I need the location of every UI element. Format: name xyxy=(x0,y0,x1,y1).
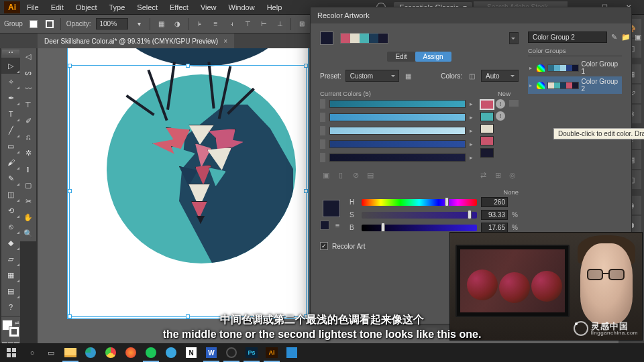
taskbar-app-spotify[interactable] xyxy=(141,343,161,362)
zoom-tool[interactable]: 🔍 xyxy=(20,225,36,241)
fill-stroke-control[interactable]: ⇄ xyxy=(2,320,19,340)
align-middle-icon[interactable]: ⊢ xyxy=(258,19,269,29)
exclude-color-icon[interactable]: ⊘ xyxy=(350,170,362,180)
taskbar-app-edge[interactable] xyxy=(80,343,101,362)
current-color-bar[interactable] xyxy=(329,113,466,121)
shape-builder-tool[interactable]: ◆ xyxy=(1,235,20,251)
rectangle-tool[interactable]: ▭ xyxy=(1,138,20,154)
active-color-swatch[interactable] xyxy=(320,32,333,45)
swatch-menu-dropdown[interactable] xyxy=(509,32,519,44)
document-tab[interactable]: Deer Skillshare Color.ai* @ 99.31% (CMYK… xyxy=(38,34,234,48)
menu-type[interactable]: Type xyxy=(104,2,131,13)
taskbar-app-photoshop[interactable]: Ps xyxy=(241,343,262,362)
opacity-input[interactable] xyxy=(96,18,128,29)
new-row-icon[interactable]: ▤ xyxy=(364,170,376,180)
menu-select[interactable]: Select xyxy=(131,2,163,13)
taskbar-app-obs[interactable] xyxy=(221,343,241,362)
colors-dropdown[interactable]: Auto xyxy=(481,70,519,82)
color-row[interactable]: ▸ xyxy=(320,99,476,109)
task-view-icon[interactable]: ▭ xyxy=(42,343,60,362)
chevron-down-icon[interactable]: ▾ xyxy=(133,19,144,29)
direct-selection-tool[interactable]: ◁ xyxy=(20,48,36,64)
perspective-tool[interactable]: ▱ xyxy=(1,251,20,267)
bright-slider[interactable] xyxy=(362,225,477,231)
color-reduction-icon[interactable]: ◫ xyxy=(466,70,477,81)
menu-edit[interactable]: Edit xyxy=(46,2,69,13)
curvature-tool[interactable]: 〰 xyxy=(20,80,36,97)
artboard-tool[interactable]: ▢ xyxy=(20,177,36,193)
save-group-icon[interactable]: 📁 xyxy=(621,32,631,43)
preset-dropdown[interactable]: Custom xyxy=(345,70,399,82)
tab-edit[interactable]: Edit xyxy=(387,52,415,62)
menu-effect[interactable]: Effect xyxy=(164,2,194,13)
row-handle[interactable] xyxy=(320,139,325,149)
graphic-style-icon[interactable]: ▦ xyxy=(156,19,166,29)
paintbrush-tool[interactable]: 🖌 xyxy=(1,154,20,170)
color-row[interactable]: ▸ xyxy=(320,125,476,136)
transform-icon[interactable]: ⊞ xyxy=(297,19,307,29)
recolor-icon[interactable]: ◑ xyxy=(172,19,182,29)
row-handle[interactable] xyxy=(320,113,325,122)
new-color-swatch[interactable] xyxy=(480,136,494,145)
bbox-handle[interactable] xyxy=(304,189,308,193)
help-tool[interactable]: ? xyxy=(1,299,20,315)
bbox-handle[interactable] xyxy=(304,64,308,68)
taskbar-app-firefox[interactable] xyxy=(121,343,141,362)
toolbox-expand[interactable] xyxy=(2,50,19,55)
menu-help[interactable]: Help xyxy=(262,2,288,13)
taskbar-app-explorer[interactable] xyxy=(60,343,80,362)
hue-input[interactable] xyxy=(481,197,508,207)
menu-window[interactable]: Window xyxy=(223,2,260,13)
new-group-icon[interactable]: ▣ xyxy=(635,32,641,43)
random-order-icon[interactable]: ⇄ xyxy=(477,170,489,180)
color-row[interactable]: ▸ xyxy=(320,112,476,123)
width-tool[interactable]: ⎋ xyxy=(1,219,20,235)
color-row[interactable]: ▸ xyxy=(320,152,476,163)
color-mode-menu-icon[interactable]: ≡ xyxy=(332,220,343,231)
rotate-tool[interactable]: ⟲ xyxy=(1,202,20,219)
hsb-color-swatch[interactable] xyxy=(323,200,340,217)
mesh-tool[interactable]: ▦ xyxy=(1,267,20,283)
pen-tool[interactable]: ✒ xyxy=(1,90,20,106)
align-top-icon[interactable]: ⊤ xyxy=(242,19,253,29)
new-color-swatch[interactable] xyxy=(480,100,494,109)
current-color-bar[interactable] xyxy=(329,127,466,135)
current-color-bar[interactable] xyxy=(329,140,466,148)
column-graph-tool[interactable]: ⫿ xyxy=(20,161,36,177)
bbox-handle[interactable] xyxy=(68,189,72,193)
color-group-row[interactable]: ▸Color Group 1 xyxy=(528,59,622,76)
scroll-up-icon[interactable] xyxy=(509,100,519,107)
sat-input[interactable] xyxy=(481,210,508,220)
blend-tool[interactable]: ⎌ xyxy=(20,129,36,145)
separate-color-icon[interactable]: ▯ xyxy=(335,170,347,180)
start-button[interactable] xyxy=(0,348,23,357)
taskbar-app-illustrator[interactable]: Ai xyxy=(262,343,282,362)
align-right-icon[interactable]: ⫞ xyxy=(226,19,237,29)
bbox-handle[interactable] xyxy=(186,64,190,68)
fill-swatch-icon[interactable] xyxy=(28,19,39,29)
color-row[interactable]: ▸ xyxy=(320,139,476,149)
bbox-handle[interactable] xyxy=(68,314,72,318)
find-color-icon[interactable]: ◎ xyxy=(506,170,519,180)
bbox-handle[interactable] xyxy=(68,64,72,68)
stroke-swatch[interactable] xyxy=(9,326,19,337)
tab-assign[interactable]: Assign xyxy=(415,52,451,62)
eyedropper-tool[interactable]: ✐ xyxy=(20,113,36,129)
preset-limit-icon[interactable]: ▦ xyxy=(403,70,414,81)
random-sat-icon[interactable]: ⊞ xyxy=(492,170,504,180)
align-bottom-icon[interactable]: ⊥ xyxy=(274,19,285,29)
get-colors-icon[interactable]: ✎ xyxy=(611,32,617,43)
bright-input[interactable] xyxy=(481,223,508,233)
color-group-name-input[interactable] xyxy=(528,32,607,43)
selection-tool[interactable]: ▷ xyxy=(1,58,20,74)
task-search-icon[interactable]: ○ xyxy=(23,349,42,357)
bbox-handle[interactable] xyxy=(304,314,308,318)
color-group-row[interactable]: ▸Color Group 2 xyxy=(528,76,622,94)
pencil-tool[interactable]: ✎ xyxy=(1,170,20,186)
lasso-tool[interactable]: ᔕ xyxy=(20,64,36,80)
swap-fill-stroke-icon[interactable]: ⇄ xyxy=(15,320,19,326)
align-left-icon[interactable]: ⊧ xyxy=(194,19,205,29)
row-handle[interactable] xyxy=(320,99,325,109)
taskbar-app-chrome[interactable] xyxy=(101,343,121,362)
align-center-icon[interactable]: ≡ xyxy=(210,19,221,29)
